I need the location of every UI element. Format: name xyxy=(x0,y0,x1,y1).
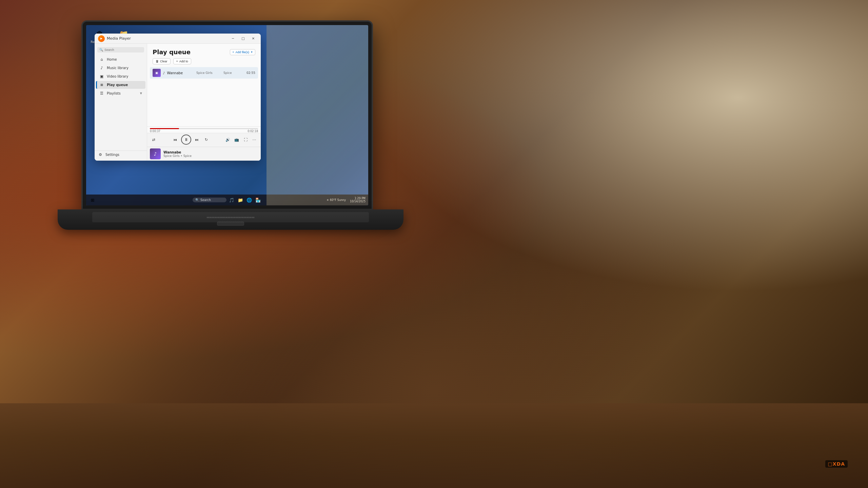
ambient-right xyxy=(267,25,368,205)
shuffle-button[interactable]: ⇄ xyxy=(150,136,157,143)
main-content: Play queue + Add file(s) ▼ 🗑 Clear xyxy=(147,44,261,161)
trackpad[interactable] xyxy=(217,222,244,226)
video-icon: ▣ xyxy=(99,74,104,79)
minimize-button[interactable]: ─ xyxy=(228,35,238,42)
sidebar-settings-label: Settings xyxy=(105,153,119,157)
taskbar-app-edge[interactable]: 🌐 xyxy=(245,196,253,204)
play-queue-header: Play queue + Add file(s) ▼ xyxy=(147,44,261,58)
media-player-window: ▶ Media Player ─ □ ✕ 🔍 xyxy=(95,34,261,161)
player-progress-area: 0:00:37 0:02:18 xyxy=(147,126,261,133)
now-playing-thumbnail: ♪ xyxy=(150,148,161,159)
chevron-down-icon: ▼ xyxy=(140,92,142,95)
laptop-base: ■■■■■■■■■■■■■■■■■■■■■■■■■■■■■■ xyxy=(58,209,403,230)
now-playing-info: Wannabe Spice Girls • Spice xyxy=(163,150,258,158)
title-bar-left: ▶ Media Player xyxy=(98,35,131,42)
start-button[interactable]: ⊞ xyxy=(89,196,96,204)
track-album: Spice xyxy=(223,71,244,75)
sidebar-home-label: Home xyxy=(107,58,117,61)
taskbar-left: ⊞ xyxy=(89,196,96,204)
add-files-button[interactable]: + Add file(s) ▼ xyxy=(230,49,255,55)
clear-label: Clear xyxy=(160,60,167,63)
repeat-button[interactable]: ↻ xyxy=(203,136,210,143)
sidebar-search-input[interactable] xyxy=(104,48,142,52)
laptop-screen-inner: 🗑 Recycle Bin 📁 Music Files ⊞ 🔍 Search 🎵… xyxy=(86,25,368,205)
taskbar-app-store[interactable]: 🏪 xyxy=(254,196,262,204)
laptop-screen-outer: 🗑 Recycle Bin 📁 Music Files ⊞ 🔍 Search 🎵… xyxy=(81,20,373,210)
app-logo: ▶ xyxy=(98,35,105,42)
xda-logo-icon: □ xyxy=(828,461,833,467)
controls-left: ⇄ xyxy=(150,136,157,143)
queue-actions: 🗑 Clear + Add to xyxy=(147,58,261,67)
now-playing-artist: Spice Girls • Spice xyxy=(163,154,258,158)
track-thumbnail: ▣ xyxy=(153,69,161,77)
music-icon: ♪ xyxy=(99,66,104,70)
previous-button[interactable]: ⏮ xyxy=(172,136,179,143)
controls-right: 🔊 📺 ⛶ ⋯ xyxy=(224,136,258,143)
controls-center: ⏮ ⏸ ⏭ ↻ xyxy=(172,135,210,145)
progress-bar-fill xyxy=(150,128,179,129)
table-surface xyxy=(0,403,868,488)
fullscreen-button[interactable]: ⛶ xyxy=(242,136,249,143)
progress-bar-container[interactable] xyxy=(150,128,258,129)
keyboard-keys: ■■■■■■■■■■■■■■■■■■■■■■■■■■■■■■ xyxy=(206,216,255,218)
track-artist: Spice Girls xyxy=(196,71,223,75)
maximize-button[interactable]: □ xyxy=(238,35,248,42)
settings-icon: ⚙ xyxy=(98,152,103,157)
track-list: ▣ ♪ Wannabe Spice Girls Spice 02:55 xyxy=(147,67,261,126)
clear-icon: 🗑 xyxy=(156,60,159,63)
taskbar-search[interactable]: 🔍 Search xyxy=(193,198,226,202)
more-options-button[interactable]: ⋯ xyxy=(251,136,258,143)
sidebar-item-video-library[interactable]: ▣ Video library xyxy=(96,73,145,80)
queue-icon: ≡ xyxy=(99,83,104,87)
app-body: 🔍 ⌂ Home ♪ Music library ▣ Video lib xyxy=(95,44,261,161)
sidebar-playlists-label: Playlists xyxy=(107,92,121,95)
keyboard-area: ■■■■■■■■■■■■■■■■■■■■■■■■■■■■■■ xyxy=(92,212,369,222)
add-to-button[interactable]: + Add to xyxy=(173,58,191,64)
window-title: Media Player xyxy=(107,36,131,41)
total-time: 0:02:18 xyxy=(248,130,258,133)
clear-button[interactable]: 🗑 Clear xyxy=(153,58,171,64)
now-playing-bar: ♪ Wannabe Spice Girls • Spice xyxy=(147,147,261,161)
sidebar-search-container[interactable]: 🔍 xyxy=(97,47,144,53)
taskbar-center: 🔍 Search 🎵 📁 🌐 🏪 xyxy=(193,196,262,204)
add-files-icon: + xyxy=(232,50,234,54)
progress-times: 0:00:37 0:02:18 xyxy=(150,130,258,133)
sidebar-music-library-label: Music library xyxy=(107,66,129,70)
sidebar-item-home[interactable]: ⌂ Home xyxy=(96,56,145,63)
sidebar-search-icon: 🔍 xyxy=(99,48,103,52)
search-icon: 🔍 xyxy=(195,198,199,202)
sidebar: 🔍 ⌂ Home ♪ Music library ▣ Video lib xyxy=(95,44,147,161)
pause-button[interactable]: ⏸ xyxy=(181,135,191,145)
xda-watermark: □XDA xyxy=(825,460,848,468)
add-to-label: Add to xyxy=(179,60,188,63)
cast-button[interactable]: 📺 xyxy=(233,136,240,143)
current-time: 0:00:37 xyxy=(150,130,160,133)
sidebar-play-queue-label: Play queue xyxy=(107,83,128,87)
sidebar-item-play-queue[interactable]: ≡ Play queue xyxy=(96,81,145,89)
taskbar-app-explorer[interactable]: 📁 xyxy=(237,196,244,204)
taskbar-search-label: Search xyxy=(200,198,211,202)
player-controls: ⇄ ⏮ ⏸ ⏭ ↻ 🔊 📺 ⛶ ⋯ xyxy=(147,133,261,147)
title-bar: ▶ Media Player ─ □ ✕ xyxy=(95,34,261,44)
track-duration: 02:55 xyxy=(246,71,255,75)
sidebar-item-settings[interactable]: ⚙ Settings xyxy=(95,150,147,159)
track-name: Wannabe xyxy=(167,71,196,75)
next-button[interactable]: ⏭ xyxy=(193,136,201,143)
xda-text: XDA xyxy=(833,461,845,467)
playlists-icon: ☰ xyxy=(99,91,104,96)
close-button[interactable]: ✕ xyxy=(249,35,258,42)
app-logo-icon: ▶ xyxy=(100,37,102,40)
add-files-label: Add file(s) xyxy=(236,50,250,54)
sidebar-item-playlists[interactable]: ☰ Playlists ▼ xyxy=(96,89,145,97)
sidebar-video-library-label: Video library xyxy=(107,75,128,78)
home-icon: ⌂ xyxy=(99,57,104,62)
taskbar-app-mediaplayer[interactable]: 🎵 xyxy=(228,196,235,204)
title-bar-controls: ─ □ ✕ xyxy=(228,35,258,42)
add-to-icon: + xyxy=(176,60,178,63)
play-queue-title: Play queue xyxy=(153,48,191,56)
volume-button[interactable]: 🔊 xyxy=(224,136,232,143)
add-files-chevron-icon: ▼ xyxy=(251,51,253,53)
table-row[interactable]: ▣ ♪ Wannabe Spice Girls Spice 02:55 xyxy=(150,67,258,79)
track-music-icon: ♪ xyxy=(163,71,165,75)
sidebar-item-music-library[interactable]: ♪ Music library xyxy=(96,64,145,72)
